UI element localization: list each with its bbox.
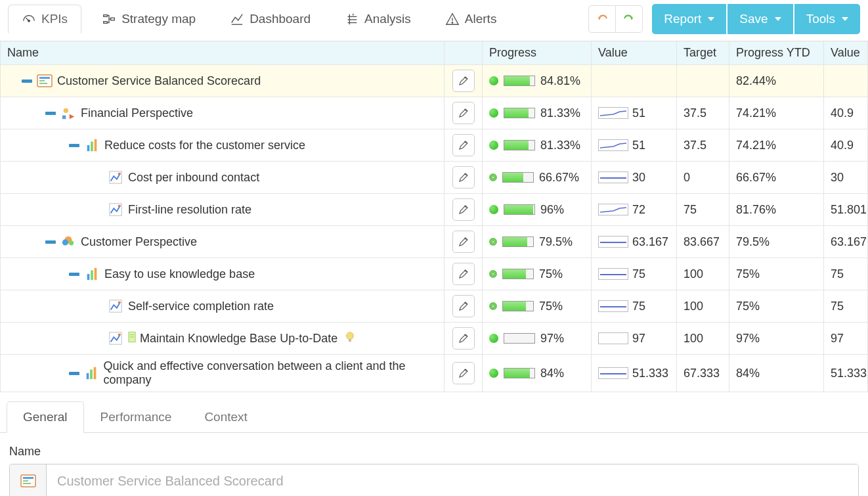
scorecard-icon (36, 74, 53, 88)
progress-ytd-value: 79.5% (729, 226, 824, 258)
tab-dashboard[interactable]: Dashboard (216, 5, 324, 34)
edit-button[interactable] (452, 231, 475, 253)
collapse-icon[interactable] (45, 239, 56, 244)
edit-button[interactable] (452, 166, 475, 189)
initiative-icon (344, 331, 356, 346)
table-row[interactable]: Customer Service Balanced Scorecard84.81… (1, 65, 868, 97)
progress-value: 79.5% (539, 235, 573, 249)
progress-ytd-value: 82.44% (729, 65, 824, 97)
value2: 51.333 (824, 355, 868, 392)
progress-bar (502, 172, 534, 183)
edit-button[interactable] (452, 70, 475, 92)
table-row[interactable]: Reduce costs for the customer service81.… (1, 129, 868, 162)
tab-kpis[interactable]: KPIs (8, 5, 81, 34)
edit-button[interactable] (452, 134, 475, 156)
value2: 40.9 (824, 129, 868, 162)
edit-button[interactable] (452, 198, 475, 221)
collapse-icon[interactable] (45, 110, 56, 116)
tab-alerts[interactable]: Alerts (431, 5, 511, 34)
value2: 75 (824, 290, 868, 323)
customer-icon (60, 235, 77, 249)
caret-down-icon (842, 17, 848, 21)
edit-button[interactable] (452, 295, 475, 317)
status-dot (489, 369, 498, 378)
collapse-icon[interactable] (22, 78, 32, 83)
progress-value: 84.81% (540, 74, 580, 88)
edit-button[interactable] (452, 102, 475, 124)
row-name: Customer Perspective (81, 235, 197, 249)
progress-value: 84% (540, 367, 564, 380)
tab-alerts-label: Alerts (465, 12, 497, 26)
progress-bar (504, 108, 535, 118)
pencil-icon (458, 236, 469, 248)
name-input[interactable] (47, 464, 858, 496)
collapse-icon[interactable] (69, 371, 79, 376)
value2: 97 (824, 323, 868, 355)
collapse-icon[interactable] (69, 143, 79, 148)
edit-button[interactable] (452, 263, 475, 285)
target-value: 100 (677, 323, 729, 355)
kpi-icon (107, 331, 124, 346)
detail-subtabs: General Performance Context (0, 401, 868, 433)
progress-bar (504, 368, 535, 378)
table-row[interactable]: Customer Perspective79.5%63.16783.66779.… (1, 226, 868, 258)
table-row[interactable]: Maintain Knowledge Base Up-to-Date97%971… (1, 323, 868, 355)
progress-value: 75% (539, 267, 563, 281)
target-value: 75 (677, 194, 729, 226)
tab-strategy-map[interactable]: Strategy map (88, 5, 209, 34)
svg-rect-3 (104, 22, 108, 24)
save-button[interactable]: Save (727, 4, 792, 34)
goal-icon (83, 267, 100, 281)
value2 (824, 65, 868, 97)
edit-button[interactable] (452, 362, 475, 384)
progress-ytd-value: 81.76% (729, 194, 824, 226)
undo-button[interactable] (588, 5, 616, 33)
status-dot (489, 76, 498, 85)
row-name: Financial Perspective (81, 106, 193, 120)
perspective-icon (60, 106, 77, 120)
pencil-icon (458, 268, 469, 280)
tools-label: Tools (806, 12, 835, 26)
target-value: 67.333 (677, 355, 729, 392)
redo-button[interactable] (615, 5, 643, 33)
value2: 75 (824, 258, 868, 290)
sparkline (598, 204, 628, 215)
table-row[interactable]: Easy to use knowledge base75%7510075%75 (1, 258, 868, 290)
table-row[interactable]: Quick and effective conversation between… (1, 355, 868, 392)
analysis-icon (345, 12, 359, 26)
pencil-icon (458, 300, 469, 312)
progress-value: 75% (539, 300, 563, 313)
collapse-icon[interactable] (69, 271, 79, 277)
col-name[interactable]: Name (1, 41, 445, 65)
subtab-performance[interactable]: Performance (84, 401, 188, 432)
target-value: 100 (677, 290, 729, 323)
col-value2[interactable]: Value (824, 41, 868, 65)
report-button[interactable]: Report (652, 4, 726, 34)
tools-button[interactable]: Tools (794, 4, 860, 34)
edit-button[interactable] (452, 327, 475, 349)
sparkline (598, 236, 628, 248)
table-row[interactable]: First-line resolution rate96%727581.76%5… (1, 194, 868, 226)
row-name: Quick and effective conversation between… (104, 359, 437, 387)
col-progress[interactable]: Progress (483, 41, 592, 65)
subtab-context[interactable]: Context (188, 401, 263, 432)
subtab-general[interactable]: General (7, 401, 84, 433)
col-target[interactable]: Target (677, 41, 729, 65)
pencil-icon (458, 367, 469, 379)
row-name: First-line resolution rate (128, 203, 251, 217)
tab-analysis[interactable]: Analysis (331, 5, 425, 34)
status-dot (489, 141, 498, 150)
table-row[interactable]: Financial Perspective81.33%5137.574.21%4… (1, 97, 868, 129)
progress-ytd-value: 84% (729, 355, 824, 392)
chart-icon (230, 12, 244, 26)
progress-ytd-value: 66.67% (729, 162, 824, 194)
table-row[interactable]: Cost per inbound contact66.67%30066.67%3… (1, 162, 868, 194)
name-field-label: Name (9, 445, 859, 459)
value: 30 (632, 171, 645, 185)
col-value[interactable]: Value (592, 41, 677, 65)
caret-down-icon (775, 17, 781, 21)
alert-icon (445, 12, 460, 26)
sparkline (598, 107, 628, 119)
col-progress-ytd[interactable]: Progress YTD (729, 41, 824, 65)
table-row[interactable]: Self-service completion rate75%7510075%7… (1, 290, 868, 323)
